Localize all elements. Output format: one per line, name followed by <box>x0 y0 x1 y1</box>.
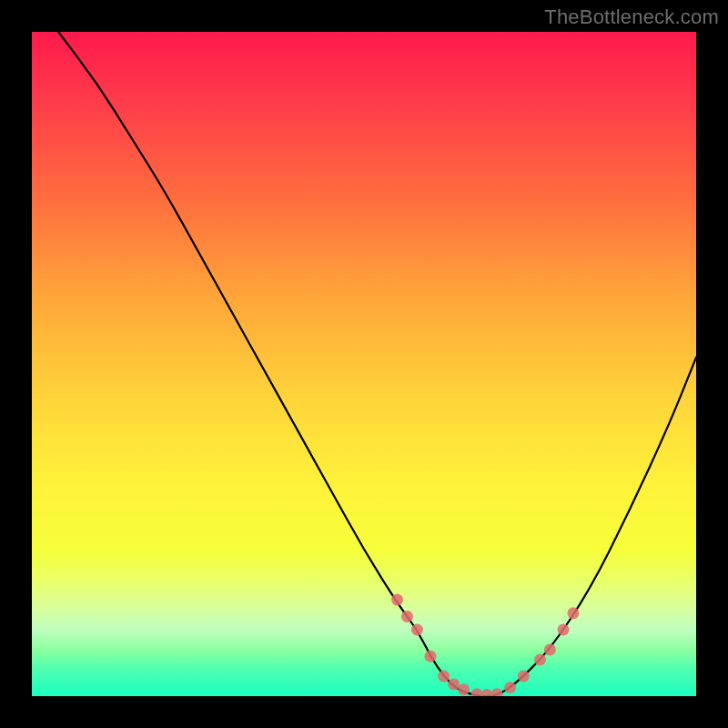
trough-marker <box>425 651 437 662</box>
trough-marker <box>544 643 556 655</box>
curve-svg <box>32 32 696 696</box>
trough-marker <box>401 611 413 622</box>
trough-marker <box>558 624 570 636</box>
trough-markers-group <box>391 594 579 696</box>
trough-marker <box>534 653 546 665</box>
chart-frame: TheBottleneck.com <box>0 0 728 728</box>
trough-marker <box>458 683 470 695</box>
watermark-text: TheBottleneck.com <box>544 5 719 29</box>
bottleneck-curve <box>58 32 696 696</box>
plot-area <box>32 32 696 696</box>
trough-marker <box>391 594 403 606</box>
trough-marker <box>567 607 579 619</box>
trough-marker <box>504 682 516 693</box>
trough-marker <box>518 671 530 682</box>
trough-marker <box>411 624 423 636</box>
trough-marker <box>438 671 450 682</box>
trough-marker <box>491 688 503 696</box>
